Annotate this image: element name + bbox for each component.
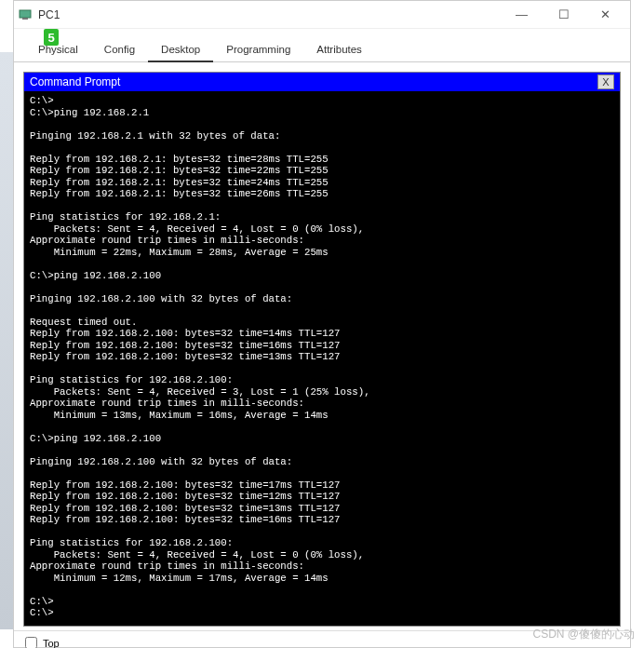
panel-area: Command Prompt X C:\> C:\>ping 192.168.2… xyxy=(14,62,630,630)
tab-desktop[interactable]: Desktop xyxy=(148,40,213,62)
maximize-button[interactable]: ☐ xyxy=(543,2,584,28)
app-icon xyxy=(18,7,33,22)
overlay-badge: 5 xyxy=(44,29,59,46)
tab-attributes[interactable]: Attributes xyxy=(303,40,375,61)
window-title: PC1 xyxy=(38,8,501,21)
top-checkbox-label: Top xyxy=(43,638,60,649)
tab-bar: Physical Config Desktop Programming Attr… xyxy=(14,29,630,62)
command-prompt-close-button[interactable]: X xyxy=(597,74,614,89)
left-decor-strip xyxy=(0,52,13,629)
command-prompt-titlebar[interactable]: Command Prompt X xyxy=(24,73,620,91)
watermark: CSDN @傻傻的心动 xyxy=(532,627,635,642)
app-window: PC1 — ☐ ✕ 5 Physical Config Desktop Prog… xyxy=(13,0,631,648)
svg-rect-1 xyxy=(22,18,28,20)
svg-rect-0 xyxy=(20,10,31,18)
window-controls: — ☐ ✕ xyxy=(501,2,626,28)
close-button[interactable]: ✕ xyxy=(584,2,626,28)
tab-config[interactable]: Config xyxy=(91,40,148,61)
top-checkbox[interactable] xyxy=(25,637,37,648)
titlebar[interactable]: PC1 — ☐ ✕ xyxy=(14,1,630,29)
terminal-output[interactable]: C:\> C:\>ping 192.168.2.1 Pinging 192.16… xyxy=(24,91,620,626)
minimize-button[interactable]: — xyxy=(501,2,543,28)
tab-programming[interactable]: Programming xyxy=(213,40,303,61)
command-prompt-title: Command Prompt xyxy=(30,75,120,88)
command-prompt-window: Command Prompt X C:\> C:\>ping 192.168.2… xyxy=(23,72,621,627)
